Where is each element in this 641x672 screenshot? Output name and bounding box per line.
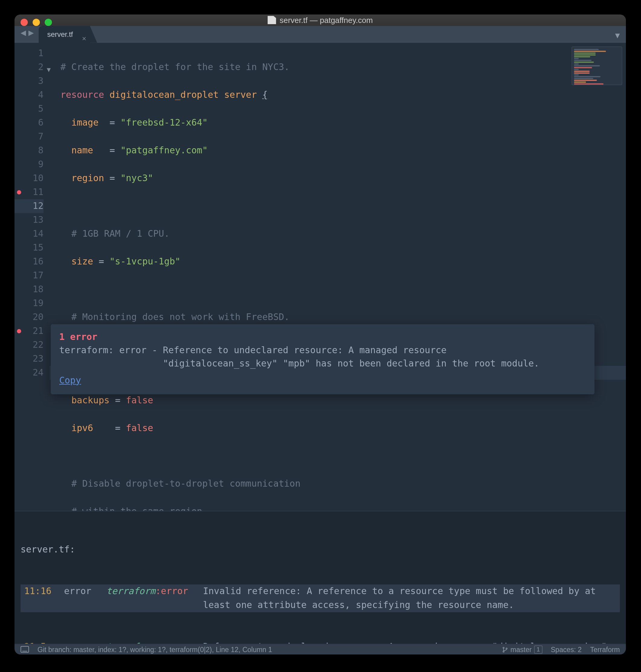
- code-comment: # Monitoring does not work with FreeBSD.: [71, 311, 289, 322]
- code-comment: # Disable droplet-to-droplet communicati…: [71, 478, 301, 489]
- code-brace: {: [262, 89, 268, 100]
- tab-label: server.tf: [47, 30, 73, 39]
- code-string: "s-1vcpu-1gb": [110, 256, 181, 267]
- code-string: "patgaffney.com": [121, 145, 208, 156]
- traffic-lights: [21, 19, 52, 26]
- code-type: digitalocean_droplet: [110, 89, 219, 100]
- code-comment: # Create the droplet for the site in NYC…: [60, 61, 290, 72]
- code-attr: name: [71, 145, 93, 156]
- status-left: Git branch: master, index: 1?, working: …: [38, 646, 272, 653]
- tab-server-tf[interactable]: server.tf ×: [39, 26, 90, 43]
- status-bar: Git branch: master, index: 1?, working: …: [14, 644, 626, 655]
- svg-point-2: [506, 647, 507, 649]
- file-icon: [268, 16, 276, 25]
- titlebar: server.tf — patgaffney.com: [14, 14, 626, 26]
- problem-message: Invalid reference: A reference to a reso…: [203, 585, 620, 612]
- problem-severity: error: [64, 585, 106, 612]
- window-title: server.tf — patgaffney.com: [280, 16, 373, 25]
- code-string: "freebsd-12-x64": [121, 117, 208, 128]
- error-tooltip: 1 error terraform: error - Reference to …: [51, 324, 595, 394]
- status-spaces[interactable]: Spaces: 2: [551, 646, 582, 653]
- tooltip-body: terraform: error - Reference to undeclar…: [59, 344, 586, 370]
- code-bool: false: [126, 395, 153, 406]
- nav-arrows: ◀ ▶: [21, 27, 34, 38]
- minimap[interactable]: [572, 46, 622, 85]
- code-keyword: resource: [60, 89, 104, 100]
- code-attr: ipv6: [71, 423, 93, 434]
- problem-row[interactable]: 11:16 error terraform:error Invalid refe…: [21, 585, 620, 612]
- tab-overflow-icon[interactable]: ▼: [615, 31, 620, 40]
- code-comment: # within the same region.: [71, 506, 208, 511]
- code-bool: false: [126, 423, 153, 434]
- problem-loc: 11:16: [21, 585, 64, 612]
- nav-forward-icon[interactable]: ▶: [28, 27, 34, 38]
- code-attr: image: [71, 117, 98, 128]
- status-branch[interactable]: master 1: [502, 645, 542, 654]
- panel-file: server.tf:: [21, 543, 620, 557]
- close-icon[interactable]: [21, 19, 28, 26]
- problems-panel: server.tf: 11:16 error terraform:error I…: [14, 511, 626, 644]
- maximize-icon[interactable]: [45, 19, 52, 26]
- code-ident: server: [224, 89, 257, 100]
- svg-point-1: [503, 650, 504, 652]
- editor-window: server.tf — patgaffney.com ◀ ▶ server.tf…: [14, 14, 626, 655]
- minimize-icon[interactable]: [32, 19, 40, 26]
- code-attr: region: [71, 173, 104, 184]
- code-area[interactable]: # Create the droplet for the site in NYC…: [50, 43, 626, 511]
- nav-back-icon[interactable]: ◀: [21, 27, 26, 38]
- svg-point-0: [503, 647, 504, 648]
- branch-icon: [502, 646, 508, 653]
- console-icon[interactable]: [21, 646, 29, 653]
- code-string: "nyc3": [121, 173, 153, 184]
- gutter: 1 2▼ 3 4 5 6 7 8 9 10 11 12 13 14 15 16 …: [14, 43, 50, 511]
- tooltip-copy-link[interactable]: Copy: [59, 374, 81, 387]
- problem-source: terraform:error: [106, 585, 203, 612]
- code-attr: backups: [71, 395, 109, 406]
- tooltip-header: 1 error: [59, 330, 586, 344]
- status-lang[interactable]: Terraform: [590, 646, 620, 653]
- code-comment: # 1GB RAM / 1 CPU.: [71, 228, 169, 239]
- editor-area: 1 2▼ 3 4 5 6 7 8 9 10 11 12 13 14 15 16 …: [14, 43, 626, 511]
- code-attr: size: [71, 256, 93, 267]
- tabbar: ◀ ▶ server.tf × ▼: [14, 26, 626, 43]
